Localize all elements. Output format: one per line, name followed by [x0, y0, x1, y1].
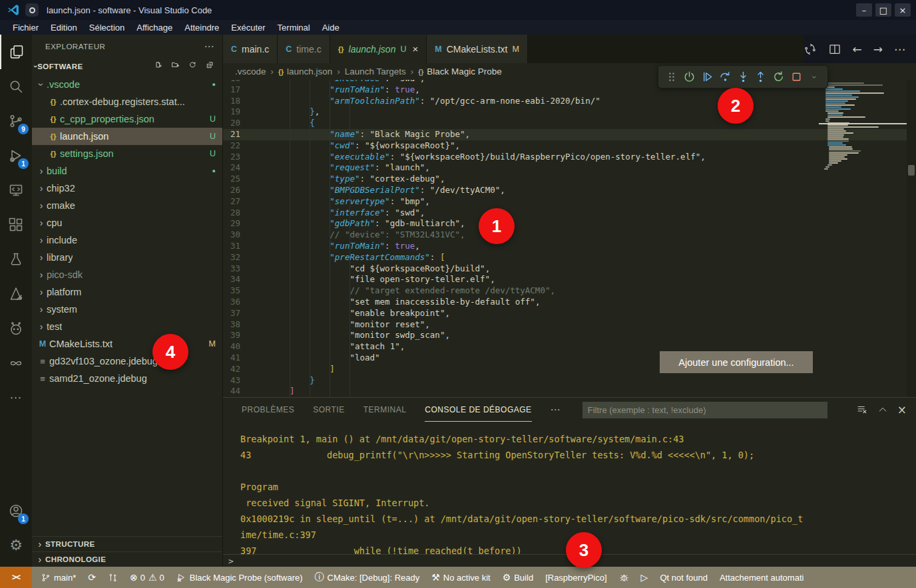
go-forward-icon[interactable]: → [873, 43, 883, 56]
breadcrumb-item[interactable]: Launch Targets [345, 67, 406, 76]
tree-item-launch-json[interactable]: {}launch.jsonU [32, 128, 222, 145]
tree-item-c-cpp-properties-json[interactable]: {}c_cpp_properties.jsonU [32, 110, 222, 128]
minimap[interactable] [823, 82, 903, 397]
menu-affichage[interactable]: Affichage [130, 23, 178, 33]
tab-time-c[interactable]: Ctime.c [278, 35, 330, 63]
close-tab-icon[interactable]: × [412, 43, 418, 55]
tree-item-test[interactable]: ›test [32, 318, 222, 335]
panel-tab-console-de-débogage[interactable]: CONSOLE DE DÉBOGAGE [425, 398, 531, 422]
tree-item-include[interactable]: ›include [32, 231, 222, 249]
explorer-icon[interactable] [0, 35, 32, 69]
breadcrumb-item[interactable]: {}launch.json [278, 67, 333, 76]
tree-item-build[interactable]: ›build● [32, 162, 222, 180]
menu-fichier[interactable]: Fichier [7, 23, 45, 33]
tree-item-chip32[interactable]: ›chip32 [32, 180, 222, 197]
minimize-button[interactable]: – [856, 3, 872, 17]
account-icon[interactable]: 1 [0, 494, 32, 528]
search-icon[interactable] [0, 69, 32, 104]
tree-item-samd21-ozone-jdebug[interactable]: ≡samd21_ozone.jdebug [32, 370, 222, 387]
tree-item-cmake[interactable]: ›cmake [32, 197, 222, 214]
status-launch-play[interactable]: ▷ [635, 567, 654, 588]
step-out-icon[interactable] [753, 69, 769, 85]
add-configuration-button[interactable]: Ajouter une configuration... [660, 351, 813, 373]
new-file-icon[interactable] [154, 61, 165, 72]
stop-chevron-icon[interactable] [806, 69, 822, 85]
source-control-icon[interactable]: 9 [0, 104, 32, 138]
status-auto-attach[interactable]: Attachement automati [714, 567, 809, 588]
stop-icon[interactable] [788, 69, 804, 85]
code-editor[interactable]: 16 "interface": "swd",17 "runToMain": tr… [223, 80, 916, 397]
editor-scrollbar[interactable] [907, 80, 916, 397]
panel-tab-problèmes[interactable]: PROBLÈMES [242, 398, 294, 422]
tree-item--vscode[interactable]: ›.vscode● [32, 76, 222, 93]
menu-sélection[interactable]: Sélection [83, 23, 130, 33]
run-and-debug-icon[interactable]: 1 [0, 138, 32, 173]
split-editor-icon[interactable] [828, 43, 841, 56]
breadcrumb-item[interactable]: {}Black Magic Probe [418, 67, 502, 76]
step-over-icon[interactable] [717, 69, 733, 85]
sidebar-more-icon[interactable]: ⋯ [204, 41, 215, 53]
tree-item-settings-json[interactable]: {}settings.jsonU [32, 145, 222, 162]
collapse-all-icon[interactable] [206, 61, 217, 72]
menu-exécuter[interactable]: Exécuter [225, 23, 271, 33]
status-problems[interactable]: ⊗0⚠0 [124, 567, 170, 588]
close-button[interactable]: × [895, 3, 911, 17]
tab-cmakelists-txt[interactable]: MCMakeLists.txtM [427, 35, 528, 63]
maximize-panel-icon[interactable] [877, 404, 888, 415]
tree-item--cortex-debug-registers-stat-[interactable]: {}.cortex-debug.registers.stat... [32, 93, 222, 110]
breadcrumb-item[interactable]: .vscode [235, 67, 266, 76]
clear-console-icon[interactable] [857, 404, 868, 416]
open-changes-icon[interactable] [803, 43, 817, 56]
status-build-button[interactable]: ⚙Build [497, 567, 539, 588]
more-views-icon[interactable]: ⋯ [0, 380, 32, 415]
step-into-icon[interactable] [735, 69, 751, 85]
infinity-extension-icon[interactable] [0, 346, 32, 380]
status-remote-indicator[interactable]: >< [0, 567, 32, 588]
remote-explorer-icon[interactable] [0, 173, 32, 208]
console-filter-input[interactable] [582, 402, 827, 418]
testing-icon[interactable] [0, 242, 32, 277]
go-back-icon[interactable]: ← [853, 43, 862, 56]
maximize-button[interactable]: □ [875, 3, 891, 17]
tab-launch-json[interactable]: {}launch.jsonU× [330, 35, 427, 63]
section-chronologie[interactable]: ›CHRONOLOGIE [32, 551, 222, 567]
status-debug-target[interactable]: Black Magic Probe (software) [170, 567, 309, 588]
tree-item-cpu[interactable]: ›cpu [32, 214, 222, 231]
power-icon[interactable] [682, 69, 698, 85]
status-git-branch[interactable]: main* [35, 567, 82, 588]
status-debug-bug[interactable] [613, 567, 635, 588]
tree-item-cmakelists-txt[interactable]: MCMakeLists.txtM [32, 335, 222, 353]
new-folder-icon[interactable] [172, 61, 182, 72]
restart-icon[interactable] [771, 69, 787, 85]
platformio-icon[interactable] [0, 311, 32, 346]
menu-terminal[interactable]: Terminal [272, 23, 316, 33]
workspace-section-header[interactable]: › SOFTWARE [32, 59, 222, 74]
status-cmake-status[interactable]: ⓘCMake: [Debug]: Ready [309, 567, 426, 588]
refresh-icon[interactable] [189, 61, 200, 72]
cmake-tools-icon[interactable] [0, 277, 32, 311]
status-git-compare[interactable] [102, 567, 124, 588]
close-panel-icon[interactable]: × [897, 403, 907, 416]
tree-item-label: build [47, 166, 67, 176]
status-kit-variant[interactable]: [RaspberryPico] [539, 567, 612, 588]
status-sync[interactable]: ⟳ [82, 567, 102, 588]
panel-more-icon[interactable]: ⋯ [551, 404, 561, 416]
menu-aide[interactable]: Aide [316, 23, 345, 33]
tree-item-platform[interactable]: ›platform [32, 283, 222, 301]
tree-item-system[interactable]: ›system [32, 301, 222, 318]
menu-atteindre[interactable]: Atteindre [178, 23, 225, 33]
settings-icon[interactable]: ⚙ [0, 528, 32, 563]
continue-icon[interactable] [700, 69, 716, 85]
tree-item-library[interactable]: ›library [32, 249, 222, 266]
extensions-icon[interactable] [0, 208, 32, 242]
panel-tab-sortie[interactable]: SORTIE [313, 398, 344, 422]
tree-item-gd32vf103-ozone-jdebug[interactable]: ≡gd32vf103_ozone.jdebug [32, 353, 222, 370]
status-qt-status[interactable]: Qt not found [654, 567, 714, 588]
panel-tab-terminal[interactable]: TERMINAL [363, 398, 407, 422]
section-structure[interactable]: ›STRUCTURE [32, 536, 222, 551]
more-actions-icon[interactable]: ⋯ [894, 43, 905, 56]
status-active-kit[interactable]: ⚒No active kit [425, 567, 496, 588]
menu-edition[interactable]: Edition [45, 23, 83, 33]
tab-main-c[interactable]: Cmain.c [223, 35, 278, 63]
tree-item-pico-sdk[interactable]: ›pico-sdk [32, 266, 222, 283]
